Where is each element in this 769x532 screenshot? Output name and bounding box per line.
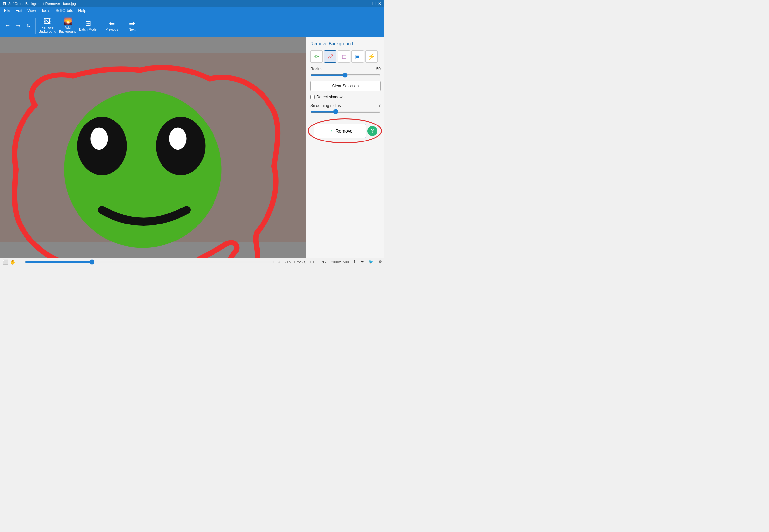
batch-mode-label: Batch Mode [79,28,96,32]
add-background-button[interactable]: 🌄 AddBackground [58,16,77,36]
smoothing-radius-row: Smoothing radius 7 [310,103,380,108]
remove-background-button[interactable]: 🖼 RemoveBackground [38,16,57,36]
info-icon[interactable]: ℹ [354,260,355,264]
radius-slider-container [310,73,380,77]
menu-tools[interactable]: Tools [39,8,53,14]
titlebar-left: 🖼 SoftOrbits Background Remover - face.j… [3,2,76,6]
zoom-minus[interactable]: − [18,259,23,265]
menubar: File Edit View Tools SoftOrbits Help [0,7,384,14]
add-background-label: AddBackground [59,26,76,34]
restore-button[interactable]: ❐ [371,1,376,6]
titlebar-title: SoftOrbits Background Remover - face.jpg [8,2,76,6]
toolbar-sep-2 [100,18,100,34]
view-mode-icon[interactable]: ⬜ [3,259,8,265]
previous-label: Previous [106,28,118,32]
keep-brush-button[interactable]: ✏ [310,50,323,63]
statusbar-right: Time (s): 0.0 JPG 2000x1500 ℹ ❤ 🐦 ⚙ [293,260,382,264]
smoothing-radius-slider[interactable] [310,111,380,113]
titlebar-controls: — ❐ ✕ [365,1,382,6]
remove-button[interactable]: → Remove [313,124,366,138]
app-icon: 🖼 [3,2,6,6]
detect-shadows-row: Detect shadows [310,95,380,99]
tool-icons-row: ✏ 🖊 ◻ ▣ ⚡ [310,50,380,63]
radius-value: 50 [376,67,380,71]
dimensions-label: 2000x1500 [331,260,349,264]
batch-mode-button[interactable]: ⊞ Batch Mode [78,16,98,36]
menu-softorbits[interactable]: SoftOrbits [53,8,75,14]
next-icon: ➡ [129,20,135,27]
format-label: JPG [319,260,326,264]
panel-title: Remove Background [310,41,380,46]
statusbar-left: ⬜ ✋ − + 60% [3,259,291,265]
statusbar: ⬜ ✋ − + 60% Time (s): 0.0 JPG 2000x1500 … [0,258,384,266]
twitter-icon[interactable]: 🐦 [369,260,373,264]
auto-remove-button[interactable]: ⚡ [365,50,377,63]
remove-label: Remove [335,128,352,134]
add-background-icon: 🌄 [63,18,72,25]
next-label: Next [129,28,136,32]
right-panel: Remove Background ✏ 🖊 ◻ ▣ ⚡ Radius 50 Cl… [306,37,384,258]
radius-label: Radius [310,67,322,71]
clear-selection-button[interactable]: Clear Selection [310,81,380,91]
close-button[interactable]: ✕ [377,1,382,6]
zoom-slider[interactable] [25,261,274,263]
zoom-plus[interactable]: + [276,259,282,265]
svg-point-5 [169,127,186,150]
smoothing-radius-value: 7 [378,103,380,108]
previous-button[interactable]: ⬅ Previous [102,16,122,36]
svg-point-3 [90,127,108,150]
undo-redo-group: ↩ ↪ ↻ [3,21,33,31]
canvas-area[interactable] [0,37,306,258]
remove-button-container: → Remove ? [313,124,377,138]
remove-background-label: RemoveBackground [39,26,56,34]
radius-row: Radius 50 [310,67,380,71]
pan-icon[interactable]: ✋ [10,259,16,265]
menu-help[interactable]: Help [75,8,89,14]
remove-arrow-icon: → [327,127,333,134]
remove-brush-button[interactable]: 🖊 [324,50,336,63]
select-keep-button[interactable]: ▣ [351,50,364,63]
redo2-button[interactable]: ↻ [24,21,33,31]
zoom-percent: 60% [284,260,291,264]
remove-background-icon: 🖼 [44,18,51,25]
undo-button[interactable]: ↩ [3,21,12,31]
image-canvas[interactable] [0,37,306,258]
smoothing-slider-container [310,109,380,114]
settings-icon[interactable]: ⚙ [378,260,382,264]
main-area: Remove Background ✏ 🖊 ◻ ▣ ⚡ Radius 50 Cl… [0,37,384,258]
detect-shadows-label[interactable]: Detect shadows [316,95,344,99]
batch-mode-icon: ⊞ [85,20,91,27]
menu-edit[interactable]: Edit [13,8,25,14]
eraser-button[interactable]: ◻ [338,50,350,63]
help-button[interactable]: ? [367,126,377,136]
menu-file[interactable]: File [1,8,13,14]
menu-view[interactable]: View [25,8,39,14]
minimize-button[interactable]: — [365,1,370,6]
smoothing-radius-label: Smoothing radius [310,103,341,108]
redo-button[interactable]: ↪ [13,21,23,31]
time-label: Time (s): 0.0 [293,260,313,264]
titlebar: 🖼 SoftOrbits Background Remover - face.j… [0,0,384,7]
toolbar: ↩ ↪ ↻ 🖼 RemoveBackground 🌄 AddBackground… [0,14,384,37]
detect-shadows-checkbox[interactable] [310,95,314,99]
toolbar-sep-1 [35,18,36,34]
previous-icon: ⬅ [109,20,115,27]
share-icon[interactable]: ❤ [360,260,363,264]
next-button[interactable]: ➡ Next [122,16,142,36]
radius-slider[interactable] [310,74,380,76]
